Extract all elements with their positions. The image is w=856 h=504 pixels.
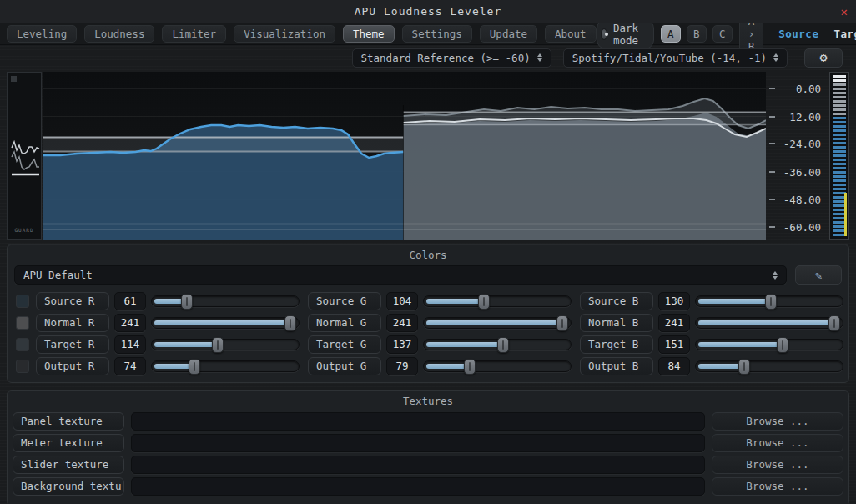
texture-path-input-meter-texture[interactable] (131, 434, 705, 452)
tab-loudness[interactable]: Loudness (84, 25, 154, 43)
tab-update[interactable]: Update (480, 25, 537, 43)
color-channel-cell: Target B151 (580, 335, 843, 354)
reference-select[interactable]: Standard Reference (>= -60) (352, 48, 551, 68)
slider-thumb[interactable] (181, 294, 193, 310)
channel-label-output-g[interactable]: Output G (308, 357, 381, 375)
target-select[interactable]: Spotify/Tidal/YouTube (-14, -1) (563, 48, 788, 68)
tab-theme[interactable]: Theme (343, 25, 395, 43)
channel-label-target-g[interactable]: Target G (308, 335, 381, 354)
slider-thumb[interactable] (189, 359, 200, 375)
channel-value-output-r[interactable]: 74 (114, 357, 146, 375)
texture-label-slider-texture[interactable]: Slider texture (13, 456, 124, 474)
texture-row: Background textureBrowse ... (13, 477, 843, 496)
channel-slider-normal-b[interactable] (695, 317, 843, 329)
channel-label-source-g[interactable]: Source G (308, 292, 381, 310)
channel-slider-source-g[interactable] (423, 295, 572, 307)
channel-value-normal-g[interactable]: 241 (386, 314, 418, 332)
channel-value-source-g[interactable]: 104 (386, 292, 418, 310)
channel-slider-source-r[interactable] (151, 295, 300, 307)
slider-thumb[interactable] (478, 294, 490, 310)
slider-thumb[interactable] (464, 359, 476, 375)
channel-label-normal-r[interactable]: Normal R (36, 314, 109, 332)
monitor-tab-target[interactable]: Target (833, 28, 856, 40)
texture-label-meter-texture[interactable]: Meter texture (13, 434, 124, 452)
texture-label-panel-texture[interactable]: Panel texture (13, 412, 124, 431)
guard-indicator-square (11, 76, 17, 82)
channel-slider-target-r[interactable] (151, 339, 300, 350)
slider-thumb[interactable] (284, 315, 296, 331)
slider-thumb[interactable] (497, 337, 509, 353)
channel-label-target-b[interactable]: Target B (580, 335, 653, 354)
channel-slider-normal-r[interactable] (151, 317, 300, 329)
browse-button-background-texture[interactable]: Browse ... (712, 477, 843, 496)
channel-value-normal-r[interactable]: 241 (114, 314, 146, 332)
channel-value-source-r[interactable]: 61 (114, 292, 146, 310)
channel-slider-target-b[interactable] (695, 339, 843, 350)
channel-value-output-b[interactable]: 84 (658, 357, 690, 375)
color-preset-select[interactable]: APU Default (14, 265, 787, 285)
color-swatch[interactable] (16, 360, 29, 373)
channel-label-output-b[interactable]: Output B (580, 357, 653, 375)
tab-about[interactable]: About (545, 25, 597, 43)
slider-fill (426, 320, 560, 325)
y-axis-tick-mark (769, 199, 775, 200)
tab-leveling[interactable]: Leveling (7, 25, 77, 43)
slider-fill (698, 320, 832, 325)
slider-thumb[interactable] (777, 337, 788, 353)
browse-button-slider-texture[interactable]: Browse ... (712, 456, 843, 474)
channel-value-target-b[interactable]: 151 (658, 335, 690, 354)
tab-limiter[interactable]: Limiter (162, 25, 226, 43)
texture-label-background-texture[interactable]: Background texture (13, 477, 124, 496)
color-row: Target R114Target G137Target B151 (13, 335, 843, 354)
loudness-visualizer: GUARD (7, 72, 849, 240)
channel-slider-output-b[interactable] (695, 360, 843, 372)
meter-headroom-segments (833, 75, 846, 117)
channel-value-target-g[interactable]: 137 (386, 335, 418, 354)
browse-button-meter-texture[interactable]: Browse ... (712, 434, 843, 452)
y-axis-tick-label: -24.00 (783, 138, 821, 150)
channel-label-normal-g[interactable]: Normal G (308, 314, 381, 332)
color-swatch[interactable] (16, 316, 29, 330)
colors-panel: Colors APU Default ✎ Source R61Source G1… (7, 244, 849, 383)
channel-value-normal-b[interactable]: 241 (658, 314, 690, 332)
channel-label-source-r[interactable]: Source R (36, 292, 109, 310)
channel-label-output-r[interactable]: Output R (36, 357, 109, 375)
preset-slot-b[interactable]: B (687, 25, 707, 43)
settings-gear-button[interactable]: ⚙ (804, 48, 843, 68)
channel-label-normal-b[interactable]: Normal B (580, 314, 653, 332)
color-swatch[interactable] (16, 295, 29, 308)
channel-slider-output-g[interactable] (423, 360, 572, 372)
texture-path-input-background-texture[interactable] (131, 477, 705, 496)
edit-preset-button[interactable]: ✎ (795, 265, 842, 285)
preset-slot-a[interactable]: A (661, 25, 681, 43)
monitor-tab-source[interactable]: Source (778, 28, 818, 40)
spinner-icon (773, 53, 778, 62)
slider-thumb[interactable] (556, 315, 568, 331)
y-axis-tick-label: -48.00 (783, 194, 821, 206)
y-axis-tick-label: -36.00 (783, 166, 821, 179)
slider-thumb[interactable] (738, 359, 750, 375)
channel-value-output-g[interactable]: 79 (386, 357, 418, 375)
tab-settings[interactable]: Settings (402, 25, 472, 43)
channel-slider-output-r[interactable] (151, 360, 300, 372)
browse-button-panel-texture[interactable]: Browse ... (712, 412, 843, 431)
channel-value-source-b[interactable]: 130 (658, 292, 690, 310)
color-swatch[interactable] (16, 338, 29, 351)
channel-slider-source-b[interactable] (695, 295, 843, 307)
color-channel-cell: Output B84 (580, 357, 843, 375)
slider-thumb[interactable] (828, 315, 840, 331)
channel-label-target-r[interactable]: Target R (36, 335, 109, 354)
channel-slider-target-g[interactable] (423, 339, 572, 350)
slider-thumb[interactable] (765, 294, 777, 310)
color-channel-cell: Output G79 (308, 357, 572, 375)
texture-path-input-slider-texture[interactable] (131, 456, 705, 474)
texture-path-input-panel-texture[interactable] (131, 412, 705, 431)
color-slider-grid: Source R61Source G104Source B130Normal R… (13, 292, 843, 375)
channel-slider-normal-g[interactable] (423, 317, 572, 329)
slider-thumb[interactable] (212, 337, 224, 353)
preset-slot-c[interactable]: C (712, 25, 733, 43)
close-icon[interactable]: ✕ (841, 5, 848, 18)
tab-visualization[interactable]: Visualization (234, 25, 335, 43)
channel-value-target-r[interactable]: 114 (114, 335, 146, 354)
channel-label-source-b[interactable]: Source B (580, 292, 653, 310)
